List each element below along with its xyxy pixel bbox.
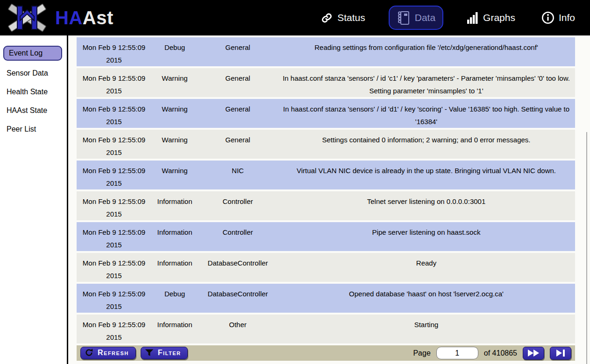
sidebar: Event Log Sensor Data Health State HAAst… — [0, 35, 68, 364]
bar-chart-icon — [467, 12, 479, 24]
chain-link-icon — [320, 12, 333, 24]
message-cell: Telnet server listening on 0.0.0.0:3001 — [277, 191, 575, 220]
last-page-button[interactable] — [550, 347, 571, 360]
sidebar-item-haast-state[interactable]: HAAst State — [0, 103, 67, 119]
timestamp-cell: Mon Feb 9 12:55:09 2015 — [77, 37, 151, 66]
page-number-input[interactable] — [436, 347, 478, 359]
page-count: of 410865 — [484, 349, 517, 357]
table-row[interactable]: Mon Feb 9 12:55:09 2015 Warning NIC Virt… — [77, 161, 575, 189]
timestamp-cell: Mon Feb 9 12:55:09 2015 — [77, 68, 151, 97]
next-page-button[interactable] — [523, 347, 544, 360]
timestamp-cell: Mon Feb 9 12:55:09 2015 — [77, 222, 151, 251]
message-cell: In haast.conf stanza 'sensors' / id 'c1'… — [277, 68, 575, 97]
table-row[interactable]: Mon Feb 9 12:55:09 2015 Information Cont… — [77, 191, 575, 220]
severity-cell: Debug — [151, 284, 198, 313]
severity-cell: Warning — [151, 68, 198, 97]
app-header: HAAst Status — [0, 0, 590, 35]
last-page-icon — [555, 349, 566, 357]
filter-funnel-icon — [145, 349, 154, 357]
sidebar-item-event-log[interactable]: Event Log — [3, 46, 62, 61]
nav-item-data[interactable]: Data — [389, 6, 443, 30]
severity-cell: Warning — [151, 161, 198, 189]
table-toolbar: Refresh Filter Page of 410865 — [77, 345, 575, 361]
message-cell: Pipe server listening on haast.sock — [277, 222, 575, 251]
timestamp-cell: Mon Feb 9 12:55:09 2015 — [77, 315, 151, 343]
category-cell: General — [198, 130, 277, 159]
scrollbar-edge-line — [586, 132, 587, 364]
filter-label: Filter — [158, 349, 181, 357]
refresh-icon — [85, 348, 93, 357]
page-label: Page — [413, 349, 430, 357]
table-row[interactable]: Mon Feb 9 12:55:09 2015 Warning General … — [77, 99, 575, 128]
timestamp-cell: Mon Feb 9 12:55:09 2015 — [77, 253, 151, 282]
table-row[interactable]: Mon Feb 9 12:55:09 2015 Information Cont… — [77, 222, 575, 251]
info-icon — [541, 11, 554, 24]
nav-item-status[interactable]: Status — [318, 8, 368, 28]
category-cell: Other — [198, 315, 277, 343]
nav-label: Info — [559, 12, 575, 23]
message-cell: Opened database 'haast' on host 'lserver… — [277, 284, 575, 313]
timestamp-cell: Mon Feb 9 12:55:09 2015 — [77, 99, 151, 128]
nav-label: Status — [337, 12, 365, 23]
message-cell: Starting — [277, 315, 575, 343]
category-cell: Controller — [198, 222, 277, 251]
category-cell: DatabaseController — [198, 253, 277, 282]
sidebar-item-sensor-data[interactable]: Sensor Data — [0, 65, 67, 81]
category-cell: General — [198, 37, 277, 66]
category-cell: Controller — [198, 191, 277, 220]
severity-cell: Warning — [151, 99, 198, 128]
filter-button[interactable]: Filter — [141, 347, 188, 359]
message-cell: In haast.conf stanza 'sensors' / id 'd1'… — [277, 99, 575, 128]
refresh-button[interactable]: Refresh — [80, 347, 136, 359]
severity-cell: Warning — [151, 130, 198, 159]
sidebar-item-health-state[interactable]: Health State — [0, 84, 67, 100]
category-cell: DatabaseController — [198, 284, 277, 313]
nav-item-graphs[interactable]: Graphs — [464, 8, 518, 28]
table-row[interactable]: Mon Feb 9 12:55:09 2015 Warning General … — [77, 68, 575, 97]
timestamp-cell: Mon Feb 9 12:55:09 2015 — [77, 284, 151, 313]
table-row[interactable]: Mon Feb 9 12:55:09 2015 Debug General Re… — [77, 37, 575, 66]
refresh-label: Refresh — [98, 349, 129, 357]
table-row[interactable]: Mon Feb 9 12:55:09 2015 Information Data… — [77, 253, 575, 282]
main-nav: Status Data — [318, 6, 578, 30]
category-cell: NIC — [198, 161, 277, 189]
table-row[interactable]: Mon Feb 9 12:55:09 2015 Warning General … — [77, 130, 575, 159]
app-title: HAAst — [55, 8, 114, 27]
nav-label: Data — [415, 12, 435, 23]
severity-cell: Information — [151, 315, 198, 343]
severity-cell: Debug — [151, 37, 198, 66]
event-log-table: Mon Feb 9 12:55:09 2015 Debug General Re… — [77, 35, 575, 345]
haast-asterisk-logo-icon — [5, 4, 50, 32]
message-cell: Ready — [277, 253, 575, 282]
category-cell: General — [198, 68, 277, 97]
category-cell: General — [198, 99, 277, 128]
message-cell: Reading settings from configuration file… — [277, 37, 575, 66]
message-cell: Settings contained 0 information; 2 warn… — [277, 130, 575, 159]
main-content: Mon Feb 9 12:55:09 2015 Debug General Re… — [68, 35, 590, 364]
app-logo: HAAst — [5, 4, 114, 32]
timestamp-cell: Mon Feb 9 12:55:09 2015 — [77, 161, 151, 189]
nav-item-info[interactable]: Info — [539, 7, 578, 28]
message-cell: Virtual VLAN NIC device is already in th… — [277, 161, 575, 189]
severity-cell: Information — [151, 253, 198, 282]
nav-label: Graphs — [483, 12, 515, 23]
notebook-icon — [397, 10, 411, 26]
timestamp-cell: Mon Feb 9 12:55:09 2015 — [77, 191, 151, 220]
sidebar-item-peer-list[interactable]: Peer List — [0, 121, 67, 137]
severity-cell: Information — [151, 222, 198, 251]
table-row[interactable]: Mon Feb 9 12:55:09 2015 Information Othe… — [77, 315, 575, 343]
table-row[interactable]: Mon Feb 9 12:55:09 2015 Debug DatabaseCo… — [77, 284, 575, 313]
fast-forward-icon — [527, 349, 540, 357]
timestamp-cell: Mon Feb 9 12:55:09 2015 — [77, 130, 151, 159]
severity-cell: Information — [151, 191, 198, 220]
pager: Page of 410865 — [413, 347, 571, 360]
